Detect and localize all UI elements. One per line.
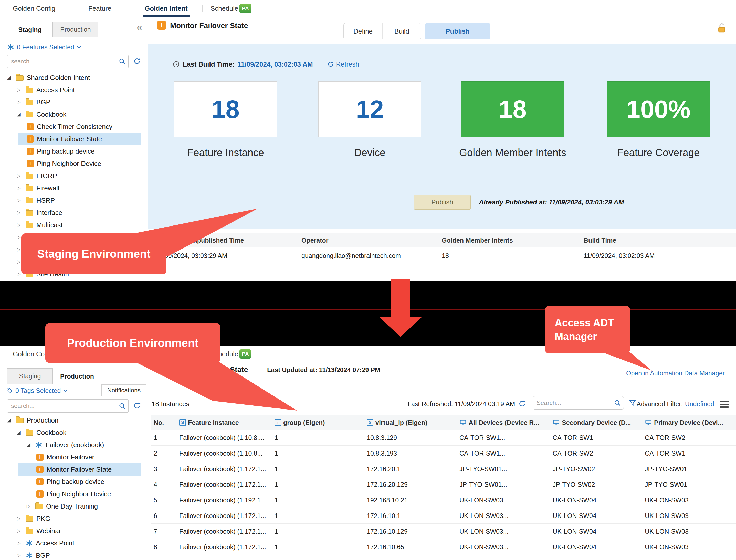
tree-item-ping-backup-device[interactable]: IPing backup device — [0, 476, 147, 488]
expand-toggle-icon[interactable]: ◢ — [17, 426, 26, 439]
tree-item-webinar[interactable]: ▷Webinar — [0, 525, 147, 537]
table-cell: 10.8.3.193 — [363, 446, 456, 461]
history-cell: 11/09/2024, 03:02:03 AM — [584, 247, 736, 264]
tree-item-cookbook[interactable]: ◢Cookbook — [0, 426, 147, 439]
tree-item-ping-neighbor-device[interactable]: IPing Neighbor Device — [0, 157, 147, 170]
table-cell: 172.16.20.1 — [363, 461, 456, 477]
tree-item-cookbook[interactable]: ◢Cookbook — [0, 108, 147, 121]
tags-selected-filter[interactable]: 0 Tags Selected — [6, 385, 68, 396]
open-in-adm-link[interactable]: Open in Automation Data Manager — [626, 370, 725, 377]
search-input[interactable] — [533, 399, 614, 407]
build-button[interactable]: Build — [383, 23, 421, 39]
publish-button[interactable]: Publish — [414, 195, 471, 210]
expand-toggle-icon[interactable]: ▷ — [17, 194, 26, 207]
expand-toggle-icon[interactable]: ▷ — [17, 525, 26, 537]
filter-funnel-icon[interactable] — [629, 399, 636, 407]
expand-toggle-icon[interactable]: ▷ — [27, 500, 35, 512]
expand-toggle-icon[interactable]: ▷ — [17, 219, 26, 231]
table-row[interactable]: 4Failover (cookbook) (1,172.1...1172.16.… — [151, 477, 736, 492]
table-menu-icon[interactable] — [720, 401, 729, 408]
lock-icon[interactable] — [717, 23, 727, 35]
table-row[interactable]: 5Failover (cookbook) (1,192.1...1192.168… — [151, 492, 736, 508]
tab-divider — [128, 5, 128, 12]
sidebar-tab-production[interactable]: Production — [53, 22, 98, 37]
expand-toggle-icon[interactable]: ▷ — [17, 96, 26, 108]
table-row[interactable]: 1Failover (cookbook) (1,10.8....110.8.3.… — [151, 430, 736, 446]
tree-item-shared-golden-intent[interactable]: ◢Shared Golden Intent — [0, 71, 147, 84]
stat-label: Feature Coverage — [607, 147, 710, 158]
expand-toggle-icon[interactable]: ◢ — [7, 414, 16, 426]
tree-item-multicast[interactable]: ▷Multicast — [0, 219, 147, 231]
refresh-icon[interactable] — [133, 402, 141, 411]
table-row[interactable]: 2Failover (cookbook) (1,10.8...110.8.3.1… — [151, 446, 736, 461]
expand-toggle-icon[interactable]: ▷ — [17, 549, 26, 560]
tree-item-monitor-failover-state[interactable]: IMonitor Failover State — [0, 463, 147, 476]
notifications-tab[interactable]: Notifications — [101, 384, 146, 396]
expand-toggle-icon[interactable]: ◢ — [17, 108, 26, 121]
search-input[interactable] — [7, 402, 119, 410]
expand-toggle-icon[interactable]: ▷ — [17, 84, 26, 96]
refresh-icon[interactable] — [133, 57, 141, 66]
col-virtual-ip[interactable]: Svirtual_ip (Eigen) — [363, 415, 456, 430]
sidebar-tab-staging[interactable]: Staging — [7, 368, 53, 384]
expand-toggle-icon[interactable]: ▷ — [17, 170, 26, 182]
sidebar-tabs: Staging Production — [0, 21, 148, 37]
tab-feature[interactable]: Feature — [88, 0, 111, 17]
col-all-devices[interactable]: All Devices (Device R... — [456, 415, 550, 430]
tree-item-eigrp[interactable]: ▷EIGRP — [0, 170, 147, 182]
table-row[interactable]: 8Failover (cookbook) (1,172.1...1172.16.… — [151, 539, 736, 555]
expand-toggle-icon[interactable]: ▷ — [17, 512, 26, 525]
features-selected-filter[interactable]: 0 Features Selected — [7, 42, 81, 52]
tree-item-monitor-failover-state[interactable]: IMonitor Failover State — [0, 133, 147, 145]
tree-item-failover-cookbook[interactable]: ◢Failover (cookbook) — [0, 439, 147, 451]
tab-schedule[interactable]: Schedule — [210, 0, 238, 17]
tree-item-pkg[interactable]: ▷PKG — [0, 512, 147, 525]
search-icon[interactable] — [119, 58, 126, 65]
tree-item-label: Interface — [36, 209, 62, 217]
tree-item-monitor-failover[interactable]: IMonitor Failover — [0, 451, 147, 463]
col-no[interactable]: No. — [151, 415, 176, 430]
table-row[interactable]: 6Failover (cookbook) (1,172.1...1172.16.… — [151, 508, 736, 524]
tree-item-label: Monitor Failover State — [47, 466, 112, 473]
tab-golden-intent[interactable]: Golden Intent — [145, 0, 188, 17]
refresh-icon[interactable] — [518, 400, 526, 408]
tree-item-hsrp[interactable]: ▷HSRP — [0, 194, 147, 207]
tree-item-bgp[interactable]: ▷BGP — [0, 96, 147, 108]
table-row[interactable]: 3Failover (cookbook) (1,172.1...1172.16.… — [151, 461, 736, 477]
col-group[interactable]: igroup (Eigen) — [271, 415, 363, 430]
table-row[interactable]: 7Failover (cookbook) (1,172.1...1172.16.… — [151, 524, 736, 539]
tree-item-interface[interactable]: ▷Interface — [0, 207, 147, 219]
search-icon[interactable] — [119, 402, 126, 410]
expand-toggle-icon[interactable]: ▷ — [17, 207, 26, 219]
tree-item-access-point[interactable]: ▷Access Point — [0, 84, 147, 96]
table-cell: UK-LON-SW03 — [642, 539, 736, 555]
tree-item-production[interactable]: ◢Production — [0, 414, 147, 426]
sidebar-tab-staging[interactable]: Staging — [7, 22, 53, 37]
col-primary-device[interactable]: Primary Device (Devi... — [642, 415, 736, 430]
search-icon[interactable] — [614, 399, 621, 406]
intent-icon: I — [27, 148, 34, 155]
tree-item-one-day-training[interactable]: ▷One Day Training — [0, 500, 147, 512]
tree-item-ping-backup-device[interactable]: IPing backup device — [0, 145, 147, 157]
expand-toggle-icon[interactable]: ◢ — [7, 71, 16, 84]
down-arrow-shaft — [391, 279, 410, 318]
sidebar-tab-production[interactable]: Production — [53, 369, 101, 384]
collapse-sidebar-icon[interactable]: « — [137, 23, 142, 32]
tree-item-firewall[interactable]: ▷Firewall — [0, 182, 147, 194]
expand-toggle-icon[interactable]: ▷ — [17, 182, 26, 194]
define-button[interactable]: Define — [344, 23, 383, 39]
feature-icon — [7, 44, 14, 51]
col-feature-instance[interactable]: SFeature Instance — [176, 415, 271, 430]
expand-toggle-icon[interactable]: ◢ — [27, 439, 35, 451]
col-secondary-device[interactable]: Secondary Device (D... — [550, 415, 642, 430]
tab-golden-config[interactable]: Golden Config — [13, 0, 55, 17]
tree-item-access-point[interactable]: ▷Access Point — [0, 537, 147, 549]
publish-tab-button[interactable]: Publish — [425, 23, 491, 39]
tree-item-ping-neighbor-device[interactable]: IPing Neighbor Device — [0, 488, 147, 500]
tree-item-bgp[interactable]: ▷BGP — [0, 549, 147, 560]
search-input[interactable] — [7, 58, 119, 65]
tree-item-check-timer-consistency[interactable]: ICheck Timer Consistency — [0, 121, 147, 133]
advanced-filter-value[interactable]: Undefined — [685, 398, 714, 410]
expand-toggle-icon[interactable]: ▷ — [17, 537, 26, 549]
refresh-link[interactable]: Refresh — [327, 60, 359, 68]
